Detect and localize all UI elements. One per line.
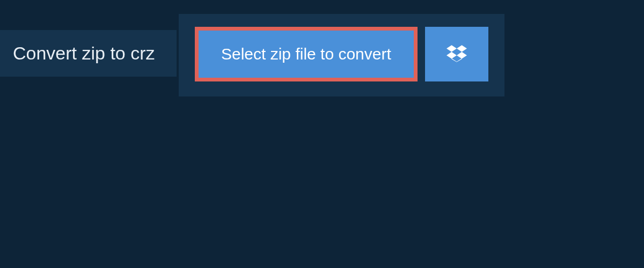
content-panel: Select zip file to convert bbox=[179, 14, 504, 96]
button-row: Select zip file to convert bbox=[195, 27, 488, 81]
dropbox-icon bbox=[447, 43, 467, 65]
select-file-button[interactable]: Select zip file to convert bbox=[195, 27, 418, 81]
page-title: Convert zip to crz bbox=[13, 43, 155, 64]
dropbox-button[interactable] bbox=[425, 27, 488, 81]
tab-header: Convert zip to crz bbox=[0, 30, 177, 77]
